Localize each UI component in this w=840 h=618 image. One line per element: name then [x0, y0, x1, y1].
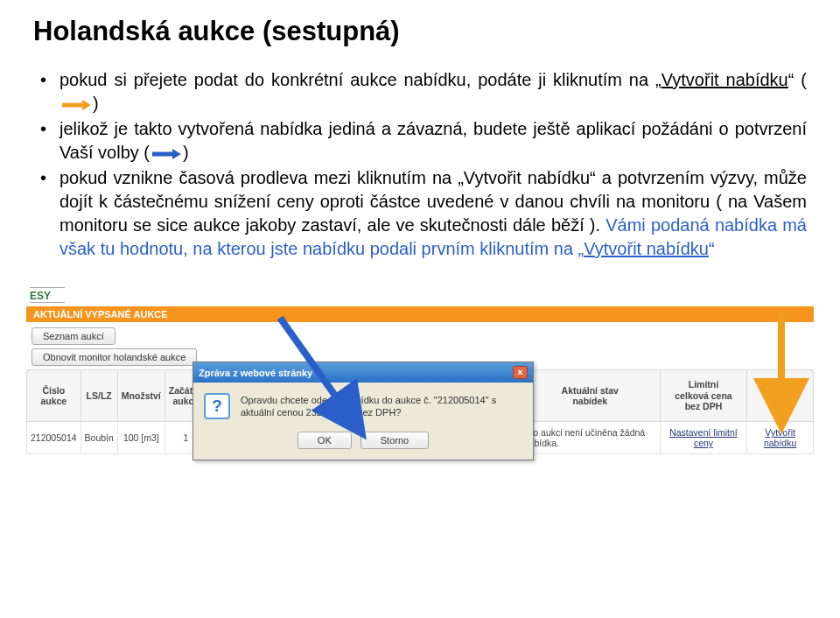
bullet-1: pokud si přejete podat do konkrétní aukc… [60, 68, 807, 116]
th-lslz: LS/LZ [80, 370, 117, 422]
svg-marker-3 [172, 149, 181, 159]
obnovit-monitor-button[interactable]: Obnovit monitor holandské aukce [32, 348, 197, 366]
close-icon[interactable]: × [513, 366, 528, 379]
section-header: AKTUÁLNÍ VYPSANÉ AUKCE [26, 306, 814, 322]
dialog-title: Zpráva z webové stránky [199, 368, 312, 378]
cell-mnozstvi: 100 [m3] [117, 422, 164, 454]
seznam-aukci-button[interactable]: Seznam aukcí [32, 327, 116, 345]
th-action [747, 370, 814, 422]
cell-limit: Nastavení limitní ceny [660, 422, 747, 454]
nastaveni-limit-link[interactable]: Nastavení limitní ceny [669, 427, 738, 448]
link-vytvorit-2: Vytvořit nabídku [584, 239, 709, 258]
app-screenshot: ESY AKTUÁLNÍ VYPSANÉ AUKCE Seznam aukcí … [26, 287, 814, 454]
link-vytvorit-1: Vytvořit nabídku [662, 70, 788, 89]
th-limit: Limitnícelková cenabez DPH [660, 370, 747, 422]
th-mnozstvi: Množství [117, 370, 164, 422]
arrow-right-icon [151, 149, 181, 159]
arrow-right-icon [61, 100, 91, 110]
cell-cislo: 212005014 [27, 422, 81, 454]
logo-label: ESY [30, 287, 65, 303]
svg-marker-1 [82, 100, 91, 110]
bullet-1-text-a: pokud si přejete podat do konkrétní aukc… [60, 70, 662, 89]
cell-action: Vytvořit nabídku [747, 422, 814, 454]
bullet-3: pokud vznikne časová prodleva mezi klikn… [60, 166, 807, 261]
cell-stav: Pro aukci není učiněna žádná nabídka. [520, 422, 660, 454]
th-cislo: Čísloaukce [27, 370, 81, 422]
question-icon: ? [204, 393, 230, 419]
th-stav: Aktuální stavnabídek [520, 370, 660, 422]
dialog-titlebar: Zpráva z webové stránky × [193, 362, 533, 383]
storno-button[interactable]: Storno [360, 432, 429, 449]
bullet-list: pokud si přejete podat do konkrétní aukc… [33, 68, 807, 261]
bullet-2-text-b: ) [183, 143, 189, 162]
bullet-1-text-d: ) [93, 94, 99, 113]
vytvorit-nabidku-link[interactable]: Vytvořit nabídku [764, 427, 796, 448]
bullet-2: jelikož je takto vytvořená nabídka jedin… [60, 117, 807, 165]
bullet-1-text-c: “ ( [788, 70, 807, 89]
dialog-message: Opravdu chcete odeslat nabídku do aukce … [241, 394, 522, 419]
ok-button[interactable]: OK [298, 432, 352, 449]
bullet-3-blue-b: “ [709, 239, 715, 258]
cell-lslz: Boubín [80, 422, 117, 454]
page-title: Holandská aukce (sestupná) [33, 16, 807, 47]
confirm-dialog: Zpráva z webové stránky × ? Opravdu chce… [192, 362, 534, 460]
